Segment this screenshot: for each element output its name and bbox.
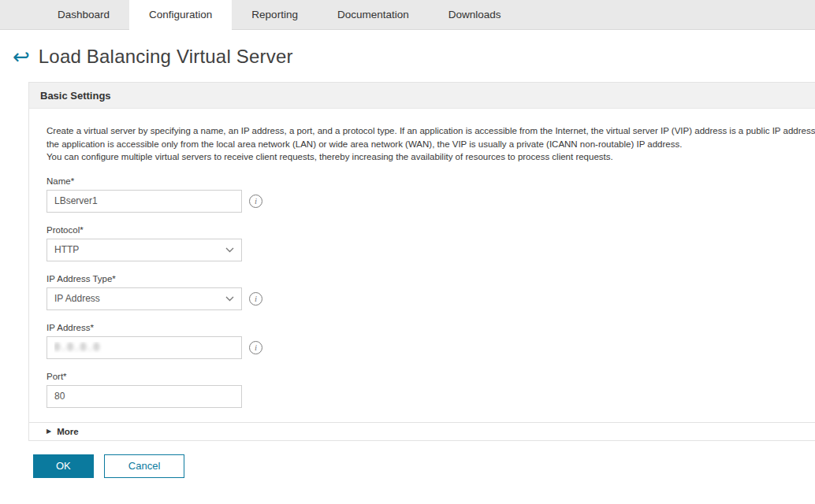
basic-settings-panel: Basic Settings Create a virtual server b… <box>28 82 815 441</box>
tab-reporting[interactable]: Reporting <box>232 0 318 29</box>
protocol-select[interactable]: HTTP <box>47 239 242 261</box>
field-name: Name* i <box>47 176 815 213</box>
protocol-select-value: HTTP <box>54 244 79 255</box>
field-port: Port* <box>47 372 815 408</box>
info-icon-glyph: i <box>255 196 257 206</box>
description-line: Create a virtual server by specifying a … <box>47 124 815 138</box>
back-arrow-icon[interactable]: ↩ <box>13 46 30 67</box>
chevron-down-icon <box>225 247 234 253</box>
top-navigation: Dashboard Configuration Reporting Docume… <box>0 0 815 30</box>
port-input[interactable] <box>47 385 242 408</box>
info-icon-glyph: i <box>255 343 257 352</box>
field-ip-address: IP Address* i <box>47 323 815 359</box>
info-icon-glyph: i <box>255 294 257 303</box>
ip-address-type-select-value: IP Address <box>54 293 100 304</box>
more-expander[interactable]: ▶ More <box>29 422 815 440</box>
triangle-right-icon: ▶ <box>47 427 51 436</box>
cancel-button[interactable]: Cancel <box>104 454 184 478</box>
panel-body: Create a virtual server by specifying a … <box>29 109 815 408</box>
port-label: Port* <box>47 372 815 381</box>
panel-header: Basic Settings <box>29 83 815 109</box>
ok-button[interactable]: OK <box>33 454 94 478</box>
ip-address-input[interactable] <box>47 336 242 359</box>
tab-configuration[interactable]: Configuration <box>129 0 232 29</box>
field-protocol: Protocol* HTTP <box>47 225 815 261</box>
more-label: More <box>57 427 78 436</box>
ip-address-type-select[interactable]: IP Address <box>47 287 242 310</box>
info-icon[interactable]: i <box>249 292 262 306</box>
field-ip-address-type: IP Address Type* IP Address i <box>47 274 815 310</box>
page-title: Load Balancing Virtual Server <box>39 46 293 68</box>
chevron-down-icon <box>225 296 234 302</box>
tab-dashboard[interactable]: Dashboard <box>38 0 129 29</box>
tab-documentation[interactable]: Documentation <box>318 0 429 29</box>
page-header: ↩ Load Balancing Virtual Server <box>13 46 815 68</box>
action-bar: OK Cancel <box>33 454 815 478</box>
name-label: Name* <box>47 176 815 186</box>
description-line: the application is accessible only from … <box>47 138 815 151</box>
info-icon[interactable]: i <box>249 195 262 208</box>
description-line: You can configure multiple virtual serve… <box>47 150 815 164</box>
info-icon[interactable]: i <box>249 341 262 354</box>
protocol-label: Protocol* <box>47 225 815 235</box>
ip-address-type-label: IP Address Type* <box>47 274 815 284</box>
name-input[interactable] <box>47 190 242 213</box>
tab-downloads[interactable]: Downloads <box>429 0 521 29</box>
ip-address-label: IP Address* <box>47 323 815 332</box>
